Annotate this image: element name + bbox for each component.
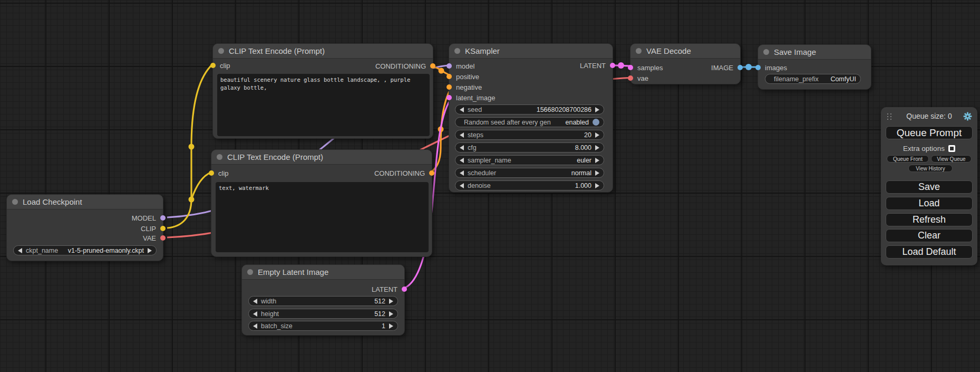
node-title-bar[interactable]: Save Image xyxy=(758,45,871,60)
latent-port-icon[interactable] xyxy=(628,65,633,70)
filename-prefix-widget[interactable]: filename_prefix ComfyUI xyxy=(765,74,861,84)
width-widget[interactable]: width 512 xyxy=(248,296,398,306)
arrow-left-icon[interactable] xyxy=(18,248,22,253)
scheduler-widget[interactable]: scheduler normal xyxy=(455,168,604,178)
node-title-bar[interactable]: Load Checkpoint xyxy=(7,195,163,209)
conditioning-port-icon[interactable] xyxy=(429,170,434,176)
node-save-image[interactable]: Save Image images filename_prefix ComfyU… xyxy=(758,44,871,90)
arrow-right-icon[interactable] xyxy=(389,311,393,317)
arrow-right-icon[interactable] xyxy=(595,183,599,188)
toggle-on-icon[interactable] xyxy=(593,119,599,126)
batch-size-widget[interactable]: batch_size 1 xyxy=(248,321,398,331)
arrow-right-icon[interactable] xyxy=(595,107,599,112)
cfg-widget[interactable]: cfg 8.000 xyxy=(455,142,604,152)
clear-button[interactable]: Clear xyxy=(886,229,973,242)
queue-front-button[interactable]: Queue Front xyxy=(887,155,929,163)
input-clip[interactable]: clip xyxy=(209,168,229,178)
arrow-left-icon[interactable] xyxy=(253,299,257,304)
latent-port-icon[interactable] xyxy=(610,63,615,68)
prompt-text-input[interactable]: text, watermark xyxy=(216,182,429,252)
node-clip-text-encode-negative[interactable]: CLIP Text Encode (Prompt) clip CONDITION… xyxy=(211,149,432,257)
output-conditioning[interactable]: CONDITIONING xyxy=(375,61,435,71)
save-button[interactable]: Save xyxy=(886,180,973,194)
arrow-left-icon[interactable] xyxy=(460,107,464,112)
gear-icon[interactable] xyxy=(963,112,972,121)
ckpt-name-widget[interactable]: ckpt_name v1-5-pruned-emaonly.ckpt xyxy=(13,245,157,255)
arrow-left-icon[interactable] xyxy=(460,145,464,150)
model-port-icon[interactable] xyxy=(160,215,166,221)
input-positive[interactable]: positive xyxy=(447,71,479,82)
node-empty-latent-image[interactable]: Empty Latent Image LATENT width 512 heig… xyxy=(241,264,405,336)
clip-port-icon[interactable] xyxy=(160,226,166,231)
image-port-icon[interactable] xyxy=(738,65,743,70)
refresh-button[interactable]: Refresh xyxy=(886,213,973,226)
view-queue-button[interactable]: View Queue xyxy=(931,155,972,163)
node-graph-canvas[interactable]: Load Checkpoint MODEL CLIP VAE ckpt_name… xyxy=(0,0,980,372)
arrow-left-icon[interactable] xyxy=(253,311,257,317)
output-conditioning[interactable]: CONDITIONING xyxy=(374,168,434,178)
view-history-button[interactable]: View History xyxy=(908,165,953,172)
reroute-dot[interactable] xyxy=(438,127,444,132)
node-title-bar[interactable]: KSampler xyxy=(449,44,613,59)
input-images[interactable]: images xyxy=(755,62,787,73)
input-vae[interactable]: vae xyxy=(628,73,648,83)
conditioning-port-icon[interactable] xyxy=(447,84,452,90)
vae-port-icon[interactable] xyxy=(160,235,166,241)
load-button[interactable]: Load xyxy=(886,197,973,210)
clip-port-icon[interactable] xyxy=(209,170,214,176)
arrow-right-icon[interactable] xyxy=(595,170,599,176)
node-title-bar[interactable]: VAE Decode xyxy=(630,44,740,59)
latent-port-icon[interactable] xyxy=(447,95,452,100)
sampler-name-widget[interactable]: sampler_name euler xyxy=(455,155,604,165)
random-seed-toggle-widget[interactable]: Random seed after every gen enabled xyxy=(455,117,604,127)
queue-prompt-button[interactable]: Queue Prompt xyxy=(886,126,973,139)
arrow-right-icon[interactable] xyxy=(595,145,599,150)
reroute-dot[interactable] xyxy=(189,144,195,150)
node-clip-text-encode-positive[interactable]: CLIP Text Encode (Prompt) clip CONDITION… xyxy=(212,43,433,139)
arrow-left-icon[interactable] xyxy=(460,170,464,176)
seed-widget[interactable]: seed 156680208700286 xyxy=(455,104,604,115)
reroute-dot[interactable] xyxy=(189,197,195,203)
output-image[interactable]: IMAGE xyxy=(711,62,743,73)
reroute-dot[interactable] xyxy=(745,64,752,70)
node-load-checkpoint[interactable]: Load Checkpoint MODEL CLIP VAE ckpt_name… xyxy=(6,194,163,261)
output-vae[interactable]: VAE xyxy=(143,233,166,243)
node-title-bar[interactable]: CLIP Text Encode (Prompt) xyxy=(213,44,433,59)
arrow-right-icon[interactable] xyxy=(389,299,393,304)
arrow-right-icon[interactable] xyxy=(148,248,152,253)
node-title-bar[interactable]: Empty Latent Image xyxy=(242,265,404,280)
conditioning-port-icon[interactable] xyxy=(447,74,452,79)
arrow-left-icon[interactable] xyxy=(460,132,464,138)
node-vae-decode[interactable]: VAE Decode samples vae IMAGE xyxy=(630,43,741,84)
clip-port-icon[interactable] xyxy=(210,63,216,68)
input-clip[interactable]: clip xyxy=(210,60,230,71)
load-default-button[interactable]: Load Default xyxy=(886,245,973,259)
input-latent-image[interactable]: latent_image xyxy=(447,92,495,103)
input-negative[interactable]: negative xyxy=(447,82,482,92)
reroute-dot[interactable] xyxy=(618,62,624,69)
node-ksampler[interactable]: KSampler model positive negative latent_… xyxy=(449,43,613,193)
arrow-right-icon[interactable] xyxy=(389,323,393,329)
input-model[interactable]: model xyxy=(447,61,474,71)
output-clip[interactable]: CLIP xyxy=(141,223,166,234)
node-title-bar[interactable]: CLIP Text Encode (Prompt) xyxy=(211,150,432,165)
conditioning-port-icon[interactable] xyxy=(430,63,435,69)
image-port-icon[interactable] xyxy=(755,65,761,70)
input-samples[interactable]: samples xyxy=(628,62,663,73)
steps-widget[interactable]: steps 20 xyxy=(455,130,604,140)
arrow-left-icon[interactable] xyxy=(253,323,257,329)
extra-options-checkbox[interactable] xyxy=(948,145,955,152)
arrow-left-icon[interactable] xyxy=(460,158,464,163)
prompt-text-input[interactable]: beautiful scenery nature glass bottle la… xyxy=(217,74,430,136)
latent-port-icon[interactable] xyxy=(402,287,407,292)
height-widget[interactable]: height 512 xyxy=(248,309,398,319)
output-latent[interactable]: LATENT xyxy=(372,284,407,294)
output-latent[interactable]: LATENT xyxy=(580,60,615,71)
output-model[interactable]: MODEL xyxy=(132,213,166,223)
arrow-left-icon[interactable] xyxy=(460,183,464,188)
denoise-widget[interactable]: denoise 1.000 xyxy=(455,180,604,190)
reroute-dot[interactable] xyxy=(439,68,444,74)
arrow-right-icon[interactable] xyxy=(595,132,599,138)
model-port-icon[interactable] xyxy=(447,63,452,69)
vae-port-icon[interactable] xyxy=(628,75,633,81)
